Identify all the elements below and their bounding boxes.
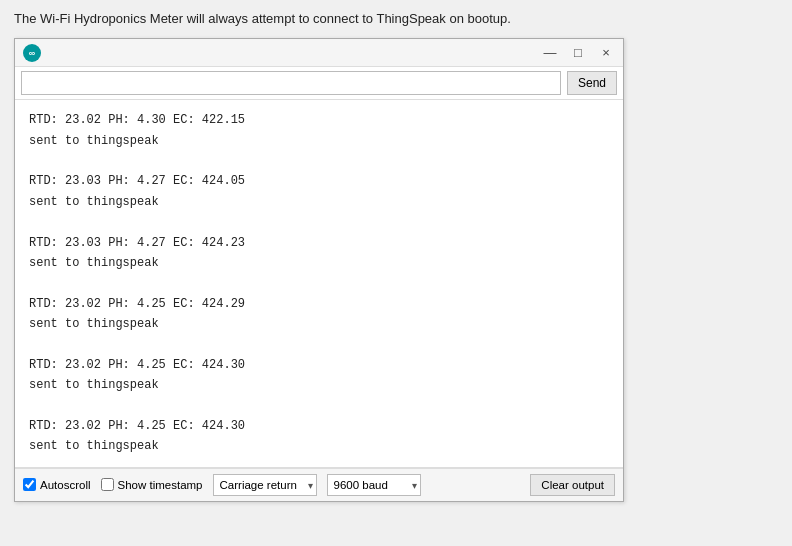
send-button[interactable]: Send [567, 71, 617, 95]
output-line [29, 273, 609, 293]
output-line [29, 334, 609, 354]
autoscroll-label: Autoscroll [40, 479, 91, 491]
title-bar: ∞ — □ × [15, 39, 623, 67]
status-bar: Autoscroll Show timestamp No line ending… [15, 468, 623, 501]
minimize-button[interactable]: — [541, 44, 559, 62]
timestamp-group: Show timestamp [101, 478, 203, 491]
timestamp-label: Show timestamp [118, 479, 203, 491]
output-line: sent to thingspeak [29, 314, 609, 334]
carriage-return-wrapper: No line endingNewlineCarriage returnBoth… [213, 474, 317, 496]
output-area: RTD: 23.02 PH: 4.30 EC: 422.15sent to th… [15, 100, 623, 468]
header-text: The Wi-Fi Hydroponics Meter will always … [14, 10, 778, 28]
baud-rate-select[interactable]: 300 baud1200 baud2400 baud4800 baud9600 … [327, 474, 421, 496]
timestamp-checkbox[interactable] [101, 478, 114, 491]
output-line: RTD: 23.02 PH: 4.25 EC: 424.29 [29, 294, 609, 314]
autoscroll-group: Autoscroll [23, 478, 91, 491]
output-line [29, 396, 609, 416]
serial-monitor-window: ∞ — □ × Send RTD: 23.02 PH: 4.30 EC: 422… [14, 38, 624, 502]
output-line: sent to thingspeak [29, 131, 609, 151]
send-toolbar: Send [15, 67, 623, 100]
output-line: sent to thingspeak [29, 192, 609, 212]
output-line [29, 212, 609, 232]
carriage-return-select[interactable]: No line endingNewlineCarriage returnBoth… [213, 474, 317, 496]
output-line: RTD: 23.03 PH: 4.27 EC: 424.05 [29, 171, 609, 191]
maximize-button[interactable]: □ [569, 44, 587, 62]
output-line: sent to thingspeak [29, 436, 609, 456]
output-line: RTD: 23.02 PH: 4.30 EC: 422.15 [29, 110, 609, 130]
output-line: RTD: 23.02 PH: 4.25 EC: 424.30 [29, 355, 609, 375]
autoscroll-checkbox[interactable] [23, 478, 36, 491]
baud-rate-wrapper: 300 baud1200 baud2400 baud4800 baud9600 … [327, 474, 421, 496]
output-line: RTD: 23.02 PH: 4.25 EC: 424.30 [29, 416, 609, 436]
send-input[interactable] [21, 71, 561, 95]
output-line: sent to thingspeak [29, 253, 609, 273]
title-bar-controls: — □ × [541, 44, 615, 62]
close-button[interactable]: × [597, 44, 615, 62]
app-logo-icon: ∞ [23, 44, 41, 62]
output-line [29, 151, 609, 171]
output-line: sent to thingspeak [29, 375, 609, 395]
clear-output-button[interactable]: Clear output [530, 474, 615, 496]
output-line: RTD: 23.03 PH: 4.27 EC: 424.23 [29, 233, 609, 253]
